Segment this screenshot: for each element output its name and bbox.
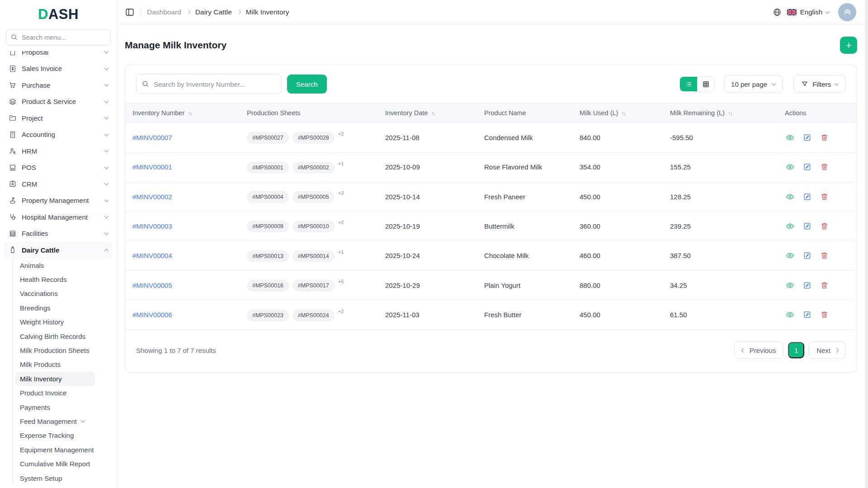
inventory-number-link[interactable]: #MINV00001	[132, 163, 172, 171]
breadcrumb-dashboard[interactable]: Dashboard	[147, 8, 181, 16]
edit-button[interactable]	[802, 192, 812, 202]
search-button[interactable]: Search	[287, 75, 327, 94]
inventory-number-link[interactable]: #MINV00004	[132, 252, 172, 259]
production-sheet-badge[interactable]: #MPS00023	[247, 310, 289, 321]
delete-button[interactable]	[819, 280, 830, 291]
production-sheet-badge[interactable]: #MPS00009	[247, 221, 289, 232]
sidebar-item-dairy-cattle[interactable]: Dairy Cattle	[5, 242, 112, 258]
sidebar-item-milk-inventory[interactable]: Milk Inventory	[15, 372, 95, 386]
production-sheet-badge[interactable]: #MPS00017	[292, 280, 335, 291]
sort-icon[interactable]: ↑↓	[728, 110, 732, 117]
sidebar-toggle-icon[interactable]	[125, 7, 135, 17]
per-page-select[interactable]: 10 per page	[724, 75, 783, 93]
view-button[interactable]	[785, 162, 795, 172]
delete-button[interactable]	[819, 221, 830, 231]
sidebar-item-milk-production-sheets[interactable]: Milk Production Sheets	[15, 343, 95, 357]
sidebar-item-equipment-management[interactable]: Equipment Management	[15, 443, 95, 457]
sidebar-item-feed-management[interactable]: Feed Management	[15, 414, 95, 428]
avatar[interactable]	[838, 3, 856, 21]
sidebar-item-calving-birth-records[interactable]: Calving Birth Records	[15, 329, 95, 343]
sidebar-item-system-setup[interactable]: System Setup	[15, 471, 95, 485]
sidebar-item-project[interactable]: Project	[5, 110, 112, 127]
row-actions	[785, 221, 857, 231]
sidebar-item-sales-invoice[interactable]: Sales Invoice	[5, 61, 112, 77]
breadcrumb-dairy-cattle[interactable]: Dairy Cattle	[195, 8, 232, 16]
globe-icon[interactable]	[773, 8, 782, 17]
production-sheet-badge[interactable]: #MPS00016	[247, 280, 289, 291]
production-sheet-badge[interactable]: #MPS00001	[247, 162, 289, 174]
delete-button[interactable]	[819, 310, 830, 320]
production-sheet-badge[interactable]: #MPS00005	[292, 191, 335, 203]
view-button[interactable]	[785, 250, 795, 261]
filters-button[interactable]: Filters	[793, 75, 846, 93]
production-sheet-badge[interactable]: #MPS00010	[292, 221, 335, 232]
production-sheet-badge[interactable]: #MPS00024	[292, 310, 335, 321]
sidebar-item-weight-history[interactable]: Weight History	[15, 315, 95, 329]
inventory-number-link[interactable]: #MINV00003	[132, 222, 172, 230]
sort-icon[interactable]: ↑↓	[621, 110, 625, 117]
edit-button[interactable]	[802, 280, 812, 291]
chevron-down-icon	[104, 82, 109, 87]
inventory-number-link[interactable]: #MINV00005	[132, 282, 172, 289]
delete-button[interactable]	[819, 132, 830, 143]
sidebar-item-hospital-management[interactable]: Hospital Management	[5, 209, 112, 225]
sidebar-item-cumulative-milk-report[interactable]: Cumulative Milk Report	[15, 457, 95, 471]
edit-button[interactable]	[802, 162, 812, 172]
production-sheet-badge[interactable]: #MPS00013	[247, 250, 289, 262]
view-button[interactable]	[785, 280, 795, 291]
sort-icon[interactable]: ↑↓	[188, 110, 192, 117]
sidebar-item-pos[interactable]: POS	[5, 160, 112, 176]
table-row: #MINV00005#MPS00016#MPS00017+52025-10-29…	[125, 271, 857, 300]
delete-button[interactable]	[819, 192, 830, 202]
delete-button[interactable]	[819, 250, 830, 261]
production-sheet-badge[interactable]: #MPS00028	[292, 132, 335, 144]
sidebar-item-breedings[interactable]: Breedings	[15, 301, 95, 315]
grid-view-button[interactable]	[697, 77, 714, 91]
sidebar-item-product-service[interactable]: Product & Service	[5, 94, 112, 110]
current-page-button[interactable]: 1	[788, 342, 804, 358]
inventory-number-link[interactable]: #MINV00006	[132, 311, 172, 319]
sidebar-item-facilities[interactable]: Facilities	[5, 225, 112, 242]
sort-icon[interactable]: ↑↓	[431, 110, 435, 117]
inventory-date: 2025-10-24	[378, 241, 477, 270]
sidebar-item-health-records[interactable]: Health Records	[15, 272, 95, 286]
edit-button[interactable]	[802, 310, 812, 320]
view-button[interactable]	[785, 310, 795, 320]
view-button[interactable]	[785, 192, 795, 202]
previous-page-button[interactable]: Previous	[734, 342, 783, 359]
sidebar-search-input[interactable]	[6, 29, 111, 46]
production-sheet-badge[interactable]: #MPS00014	[292, 250, 335, 262]
row-actions	[785, 192, 857, 202]
view-button[interactable]	[785, 132, 795, 143]
edit-button[interactable]	[802, 250, 812, 261]
sidebar-item-milk-products[interactable]: Milk Products	[15, 357, 95, 371]
sidebar-item-animals[interactable]: Animals	[15, 258, 95, 272]
sidebar-item-purchase[interactable]: Purchase	[5, 77, 112, 94]
inventory-number-link[interactable]: #MINV00002	[132, 193, 172, 201]
view-button[interactable]	[785, 221, 795, 231]
sidebar-item-vaccinations[interactable]: Vaccinations	[15, 286, 95, 300]
sidebar-item-payments[interactable]: Payments	[15, 400, 95, 414]
list-view-button[interactable]	[680, 77, 697, 91]
sidebar-item-hrm[interactable]: HRM	[5, 143, 112, 160]
production-sheet-badge[interactable]: #MPS00004	[247, 191, 289, 203]
delete-button[interactable]	[819, 162, 830, 172]
edit-button[interactable]	[802, 132, 812, 143]
production-sheet-badge[interactable]: #MPS00027	[247, 132, 289, 144]
sidebar-item-accounting[interactable]: Accounting	[5, 127, 112, 143]
inventory-number-link[interactable]: #MINV00007	[132, 134, 172, 141]
page-scrollbar[interactable]	[865, 0, 868, 488]
language-selector[interactable]: English	[787, 8, 829, 16]
sidebar-item-crm[interactable]: CRM	[5, 176, 112, 192]
sidebar-item-property-management[interactable]: Property Management	[5, 192, 112, 209]
production-sheet-badge[interactable]: #MPS00002	[292, 162, 335, 174]
edit-button[interactable]	[802, 221, 812, 231]
inventory-search-input[interactable]	[136, 74, 282, 94]
chevron-right-icon	[186, 10, 190, 14]
sidebar-item-expense-tracking[interactable]: Expense Tracking	[15, 428, 95, 442]
sidebar-item-product-invoice[interactable]: Product Invoice	[15, 386, 95, 400]
add-inventory-button[interactable]	[840, 37, 857, 54]
next-page-button[interactable]: Next	[809, 342, 846, 359]
breadcrumb-milk-inventory[interactable]: Milk Inventory	[246, 8, 289, 16]
sidebar-item-proposal[interactable]: Proposal	[5, 51, 112, 61]
